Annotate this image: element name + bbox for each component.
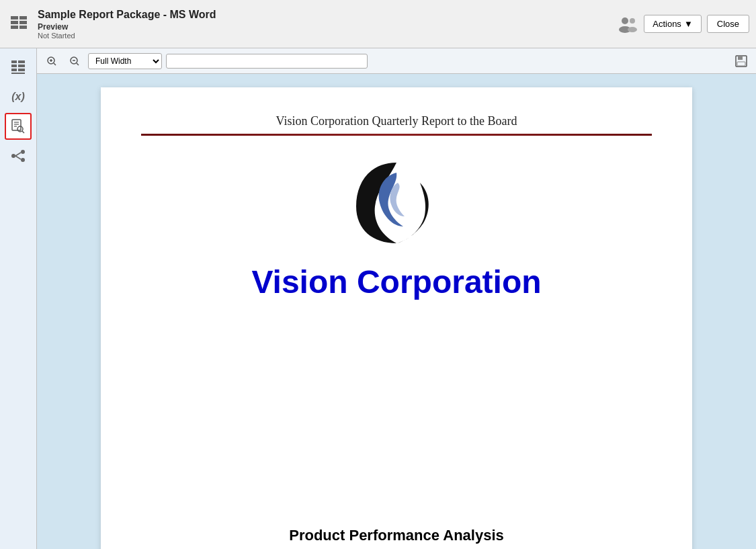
svg-point-25 [21,158,25,162]
svg-point-24 [21,150,25,154]
section-title: Product Performance Analysis [289,527,504,544]
svg-point-8 [630,18,635,24]
user-icon [617,13,638,35]
svg-rect-12 [11,65,17,67]
svg-point-21 [17,126,23,132]
svg-point-23 [11,154,15,158]
svg-rect-0 [11,16,18,19]
svg-rect-36 [738,56,743,60]
app-icon [7,12,31,36]
toolbar: Full Width 50% 75% 100% Page Width [37,48,756,74]
document-viewer[interactable]: Vision Corporation Quarterly Report to t… [37,74,756,549]
svg-rect-15 [18,69,25,71]
header-subtitle: Preview [38,22,617,32]
sidebar-btn-grid[interactable] [5,54,32,81]
svg-rect-14 [11,69,17,71]
svg-rect-17 [12,120,21,130]
sidebar-btn-workflow[interactable] [5,142,32,169]
close-button[interactable]: Close [707,15,749,33]
svg-rect-2 [11,21,18,24]
svg-rect-37 [737,62,745,66]
zoom-out-button[interactable] [65,52,84,71]
company-name: Vision Corporation [251,263,541,300]
actions-label: Actions [653,19,681,29]
main-layout: (x) [0,48,756,549]
svg-line-22 [22,131,24,133]
zoom-select[interactable]: Full Width 50% 75% 100% Page Width [88,53,162,69]
svg-line-26 [15,153,21,156]
svg-point-9 [628,27,637,32]
sidebar-btn-review[interactable] [5,113,32,140]
title-divider [141,134,652,136]
left-sidebar: (x) [0,48,37,549]
sidebar-btn-variables[interactable]: (x) [5,83,32,110]
svg-line-34 [77,63,79,65]
header-title-block: Sample Report Package - MS Word Preview … [38,9,617,40]
page-title: Sample Report Package - MS Word [38,9,617,21]
svg-rect-11 [18,60,25,63]
document-page: Vision Corporation Quarterly Report to t… [101,87,692,549]
svg-rect-10 [11,60,17,63]
svg-rect-13 [18,65,25,67]
save-button[interactable] [732,52,751,71]
zoom-in-button[interactable] [42,52,61,71]
svg-rect-4 [11,26,18,29]
content-area: Full Width 50% 75% 100% Page Width Visio… [37,48,756,549]
svg-rect-16 [11,73,25,74]
app-header: Sample Report Package - MS Word Preview … [0,0,756,48]
report-title: Vision Corporation Quarterly Report to t… [276,114,517,128]
status-badge: Not Started [38,32,617,40]
search-input[interactable] [166,54,368,69]
svg-rect-5 [19,26,27,29]
svg-line-31 [54,63,56,65]
svg-point-6 [622,17,628,24]
actions-button[interactable]: Actions ▼ [644,15,702,33]
company-logo [349,156,444,250]
header-actions: Actions ▼ Close [617,13,749,35]
dropdown-arrow-icon: ▼ [684,19,693,29]
svg-rect-3 [19,21,27,24]
svg-line-27 [15,156,21,159]
svg-rect-1 [19,16,27,19]
